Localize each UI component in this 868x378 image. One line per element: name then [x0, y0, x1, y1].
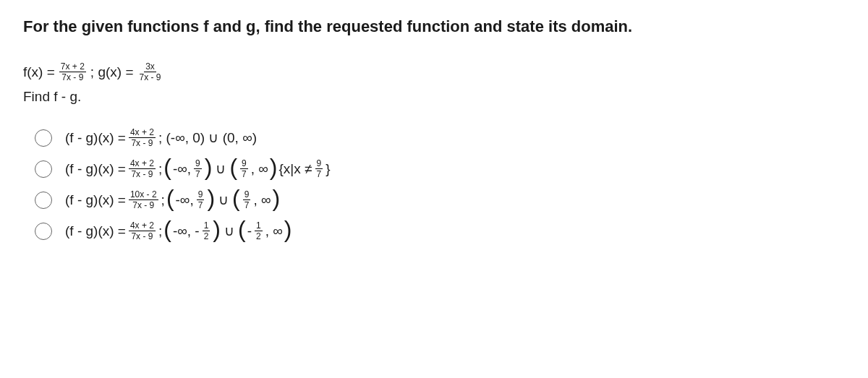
interval1-lo: -∞,	[173, 161, 191, 177]
frac-num: 4x + 2	[129, 159, 156, 169]
radio-option-d[interactable]	[35, 223, 52, 240]
frac-den: 2	[203, 231, 210, 241]
frac-num: 9	[315, 159, 323, 169]
interval1-lo: -∞,	[176, 192, 194, 208]
frac-num: 1	[203, 221, 210, 231]
option-math: (f - g)(x) = 4x + 2 7x - 9 ; ( -∞, - 1 2…	[65, 221, 292, 241]
union-symbol: ∪	[224, 223, 234, 239]
options-list: (f - g)(x) = 4x + 2 7x - 9 ; (-∞, 0) ∪ (…	[23, 128, 845, 241]
option-math: (f - g)(x) = 4x + 2 7x - 9 ; ( -∞, 9 7 )…	[65, 159, 331, 179]
option-row: (f - g)(x) = 4x + 2 7x - 9 ; (-∞, 0) ∪ (…	[23, 128, 845, 147]
frac-den: 2	[255, 231, 263, 241]
find-text: Find f - g.	[23, 89, 845, 105]
left-paren-icon: (	[238, 220, 246, 239]
result-fraction: 10x - 2 7x - 9	[129, 190, 158, 210]
frac-num: 9	[243, 190, 251, 200]
frac-den: 7	[243, 200, 251, 210]
semi: ;	[161, 192, 165, 208]
lhs: (f - g)(x) =	[65, 130, 126, 146]
fx-prefix: f(x) =	[23, 64, 55, 80]
function-definitions: f(x) = 7x + 2 7x - 9 ; g(x) = 3x 7x - 9	[23, 62, 845, 82]
left-paren-icon: (	[166, 189, 174, 208]
frac-num: 10x - 2	[129, 190, 158, 200]
frac-num: 9	[240, 159, 248, 169]
right-paren-icon: )	[273, 189, 281, 208]
left-paren-icon: (	[163, 158, 171, 177]
result-fraction: 4x + 2 7x - 9	[129, 159, 156, 179]
bound-fraction: 1 2	[203, 221, 210, 241]
bound-fraction: 1 2	[255, 221, 263, 241]
union-symbol: ∪	[216, 160, 226, 177]
result-fraction: 4x + 2 7x - 9	[129, 128, 156, 147]
set-open: {x|x ≠	[279, 161, 312, 177]
radio-option-a[interactable]	[35, 129, 52, 147]
domain-text: ; (-∞, 0) ∪ (0, ∞)	[158, 129, 257, 146]
sep: ; g(x) =	[90, 64, 134, 80]
frac-den: 7x - 9	[129, 231, 154, 241]
fraction-f: 7x + 2 7x - 9	[59, 62, 86, 82]
semi: ;	[158, 223, 162, 239]
interval2-hi: , ∞	[251, 161, 268, 177]
frac-den: 7x - 9	[129, 138, 154, 147]
frac-den: 7x - 9	[138, 72, 163, 82]
bound-fraction: 9 7	[194, 159, 202, 179]
semi: ;	[158, 161, 162, 177]
interval2-hi: , ∞	[253, 192, 271, 208]
frac-den: 7x - 9	[129, 169, 154, 179]
neg-sign: -	[247, 223, 252, 239]
left-paren-icon: (	[232, 189, 240, 208]
right-paren-icon: )	[207, 189, 215, 208]
set-fraction: 9 7	[315, 159, 323, 179]
page-title: For the given functions f and g, find th…	[23, 17, 845, 36]
radio-option-b[interactable]	[35, 160, 52, 178]
radio-option-c[interactable]	[35, 192, 52, 209]
right-paren-icon: )	[213, 220, 221, 239]
bound-fraction: 9 7	[243, 190, 251, 210]
left-paren-icon: (	[229, 158, 237, 177]
frac-num: 1	[255, 221, 263, 231]
left-paren-icon: (	[163, 220, 171, 239]
frac-den: 7	[194, 169, 202, 179]
frac-num: 4x + 2	[129, 128, 156, 138]
frac-num: 7x + 2	[59, 62, 86, 72]
interval1-lo: -∞, -	[173, 223, 200, 239]
frac-num: 3x	[144, 62, 156, 72]
frac-den: 7	[197, 200, 205, 210]
lhs: (f - g)(x) =	[65, 192, 126, 208]
option-math: (f - g)(x) = 4x + 2 7x - 9 ; (-∞, 0) ∪ (…	[65, 128, 257, 147]
option-math: (f - g)(x) = 10x - 2 7x - 9 ; ( -∞, 9 7 …	[65, 190, 280, 210]
right-paren-icon: )	[284, 220, 292, 239]
frac-den: 7	[315, 169, 323, 179]
bound-fraction: 9 7	[240, 159, 248, 179]
option-row: (f - g)(x) = 4x + 2 7x - 9 ; ( -∞, 9 7 )…	[23, 159, 845, 179]
bound-fraction: 9 7	[197, 190, 205, 210]
lhs: (f - g)(x) =	[65, 223, 126, 239]
result-fraction: 4x + 2 7x - 9	[129, 221, 156, 241]
frac-num: 9	[197, 190, 205, 200]
set-close: }	[326, 161, 330, 177]
frac-num: 4x + 2	[129, 221, 156, 231]
option-row: (f - g)(x) = 4x + 2 7x - 9 ; ( -∞, - 1 2…	[23, 221, 845, 241]
fraction-g: 3x 7x - 9	[138, 62, 163, 82]
frac-den: 7x - 9	[131, 200, 156, 210]
lhs: (f - g)(x) =	[65, 161, 126, 177]
right-paren-icon: )	[205, 158, 213, 177]
option-row: (f - g)(x) = 10x - 2 7x - 9 ; ( -∞, 9 7 …	[23, 190, 845, 210]
frac-den: 7x - 9	[60, 72, 85, 82]
frac-den: 7	[240, 169, 248, 179]
union-symbol: ∪	[218, 192, 229, 208]
frac-num: 9	[194, 159, 202, 169]
right-paren-icon: )	[270, 158, 278, 177]
interval2-hi: , ∞	[265, 223, 283, 239]
